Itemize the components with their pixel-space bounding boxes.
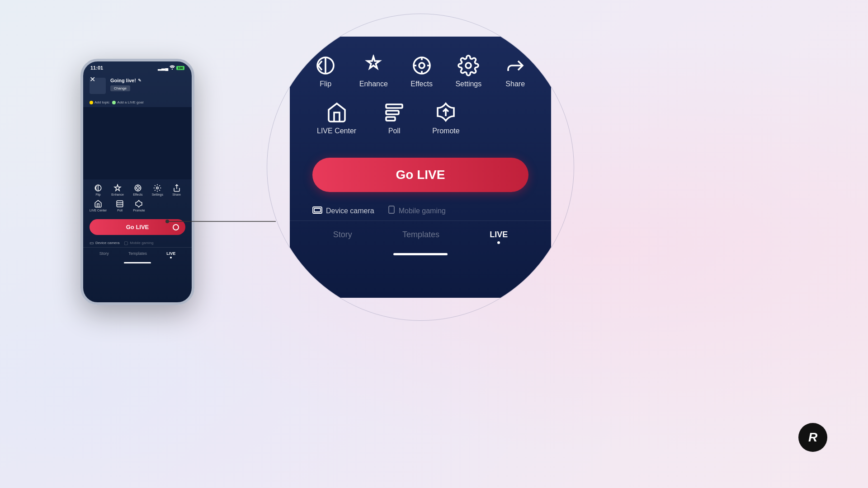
settings-button-large[interactable]: Settings bbox=[455, 55, 481, 88]
bottom-tabs-large: Story Templates LIVE bbox=[290, 221, 551, 249]
device-camera-option-small[interactable]: ▭ Device camera bbox=[90, 240, 119, 245]
add-goal-small[interactable]: Add a LIVE goal bbox=[112, 100, 143, 104]
topic-row-small: Add topic Add a LIVE goal bbox=[83, 98, 192, 107]
device-camera-option-large[interactable]: Device camera bbox=[312, 206, 374, 216]
device-camera-icon-large bbox=[312, 206, 322, 216]
time-small: 11:01 bbox=[90, 65, 103, 70]
status-icons-small: ▂▃▄ 100 bbox=[158, 65, 184, 70]
poll-button-small[interactable]: Poll bbox=[116, 200, 124, 212]
promote-button-large[interactable]: Promote bbox=[432, 102, 459, 135]
svg-rect-5 bbox=[117, 201, 123, 207]
signal-icon-small: ▂▃▄ bbox=[158, 66, 168, 70]
svg-rect-22 bbox=[314, 208, 321, 212]
flip-button-large[interactable]: Flip bbox=[315, 55, 336, 88]
mobile-gaming-option-large[interactable]: Mobile gaming bbox=[388, 206, 446, 216]
add-topic-small[interactable]: Add topic bbox=[90, 100, 109, 104]
tab-live-large[interactable]: LIVE bbox=[490, 230, 508, 244]
toolbar-row2-large: LIVE Center Poll Promote bbox=[290, 97, 551, 149]
svg-rect-19 bbox=[386, 111, 399, 114]
profile-section-small: Going live! ✎ Change bbox=[83, 74, 192, 98]
svg-point-0 bbox=[172, 69, 173, 70]
mobile-gaming-option-small[interactable]: ▢ Mobile gaming bbox=[124, 240, 153, 245]
tab-live-dot-large bbox=[497, 241, 500, 244]
magnified-phone-content: Flip Enhance Effects bbox=[290, 37, 551, 298]
svg-rect-20 bbox=[386, 117, 395, 121]
home-indicator-small bbox=[124, 262, 151, 263]
status-bar-small: 11:01 ▂▃▄ 100 bbox=[83, 61, 192, 72]
profile-info-small: Going live! ✎ Change bbox=[110, 78, 185, 91]
svg-rect-23 bbox=[389, 206, 394, 213]
home-indicator-large bbox=[393, 253, 448, 255]
tab-story-large[interactable]: Story bbox=[333, 230, 352, 244]
edit-icon-small[interactable]: ✎ bbox=[138, 78, 142, 83]
battery-small: 100 bbox=[176, 66, 184, 70]
live-center-button-large[interactable]: LIVE Center bbox=[317, 102, 356, 135]
camera-options-large: Device camera Mobile gaming bbox=[290, 201, 551, 221]
svg-point-3 bbox=[137, 187, 139, 189]
svg-point-4 bbox=[156, 187, 159, 189]
topic-dot-small bbox=[90, 101, 93, 104]
mobile-gaming-icon-small: ▢ bbox=[124, 240, 128, 245]
svg-point-12 bbox=[419, 63, 425, 68]
tab-story-small[interactable]: Story bbox=[99, 251, 109, 258]
brand-logo: R bbox=[798, 423, 827, 452]
device-camera-icon-small: ▭ bbox=[90, 240, 94, 245]
tab-live-dot-small bbox=[170, 257, 172, 258]
close-button-small[interactable]: ✕ bbox=[90, 75, 95, 84]
profile-name-small: Going live! ✎ bbox=[110, 78, 185, 83]
svg-point-9 bbox=[165, 220, 169, 223]
enhance-button-small[interactable]: Enhance bbox=[111, 184, 124, 196]
effects-button-large[interactable]: Effects bbox=[410, 55, 433, 88]
poll-button-large[interactable]: Poll bbox=[383, 102, 405, 135]
magnified-circle: Flip Enhance Effects bbox=[267, 14, 574, 321]
svg-point-17 bbox=[466, 63, 471, 68]
camera-area-small bbox=[83, 107, 192, 179]
svg-rect-18 bbox=[386, 104, 402, 108]
enhance-button-large[interactable]: Enhance bbox=[359, 55, 388, 88]
phone-small: 11:01 ▂▃▄ 100 ✕ Going live! bbox=[80, 59, 194, 305]
go-live-button-large[interactable]: Go LIVE bbox=[312, 158, 528, 192]
tab-templates-small[interactable]: Templates bbox=[128, 251, 147, 258]
wifi-icon-small bbox=[170, 65, 175, 70]
toolbar-row1-large: Flip Enhance Effects bbox=[290, 37, 551, 97]
promote-button-small[interactable]: Promote bbox=[133, 200, 145, 212]
mobile-gaming-icon-large bbox=[388, 206, 395, 216]
goal-dot-small bbox=[112, 101, 116, 104]
live-center-button-small[interactable]: LIVE Center bbox=[90, 200, 107, 212]
settings-button-small[interactable]: Settings bbox=[152, 184, 163, 196]
tab-templates-large[interactable]: Templates bbox=[402, 230, 439, 244]
flip-button-small[interactable]: Flip bbox=[94, 184, 102, 196]
effects-button-small[interactable]: Effects bbox=[133, 184, 142, 196]
share-button-large[interactable]: Share bbox=[505, 55, 526, 88]
change-button-small[interactable]: Change bbox=[110, 85, 130, 91]
